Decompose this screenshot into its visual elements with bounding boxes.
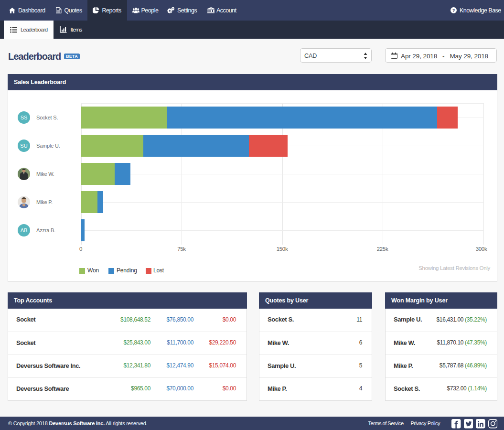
svg-text:?: ? [452,8,455,13]
